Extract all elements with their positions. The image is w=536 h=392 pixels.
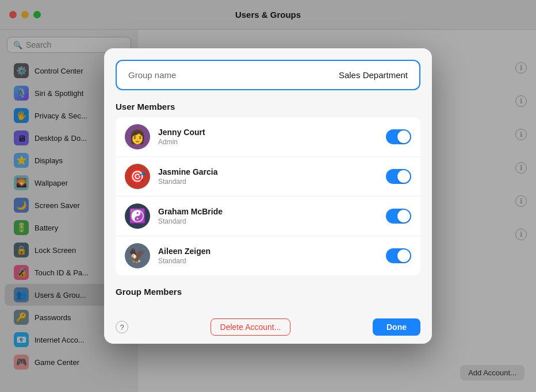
user-name-graham: Graham McBride — [158, 207, 378, 216]
done-button[interactable]: Done — [373, 318, 420, 336]
user-role-jenny: Admin — [158, 138, 378, 146]
group-members-section: Group Members — [104, 275, 432, 305]
user-role-jasmine: Standard — [158, 178, 378, 186]
user-row-graham: ☯️ Graham McBride Standard — [116, 197, 420, 236]
toggle-jenny[interactable] — [386, 129, 411, 144]
modal-overlay: Group name Sales Department User Members… — [0, 0, 536, 392]
user-info-graham: Graham McBride Standard — [158, 207, 378, 225]
user-info-aileen: Aileen Zeigen Standard — [158, 247, 378, 265]
group-name-row[interactable]: Group name Sales Department — [116, 60, 420, 90]
main-window: Users & Groups 🔍 Search ⚙️ Control Cente… — [0, 0, 536, 392]
avatar-jenny: 👩 — [125, 124, 150, 149]
toggle-graham[interactable] — [386, 209, 411, 224]
modal-dialog: Group name Sales Department User Members… — [104, 48, 432, 344]
user-row-aileen: 🦅 Aileen Zeigen Standard — [116, 236, 420, 275]
toggle-aileen[interactable] — [386, 248, 411, 263]
user-name-jasmine: Jasmine Garcia — [158, 167, 378, 176]
user-info-jasmine: Jasmine Garcia Standard — [158, 167, 378, 186]
delete-account-button[interactable]: Delete Account... — [210, 318, 291, 336]
modal-footer: ? Delete Account... Done — [104, 310, 432, 344]
user-list: 👩 Jenny Court Admin 🎯 Jasmine Garcia Sta… — [116, 117, 420, 275]
group-members-title: Group Members — [104, 275, 432, 302]
user-role-graham: Standard — [158, 217, 378, 225]
avatar-graham: ☯️ — [125, 203, 150, 229]
user-name-jenny: Jenny Court — [158, 128, 378, 137]
user-row-jenny: 👩 Jenny Court Admin — [116, 117, 420, 157]
user-members-title: User Members — [104, 90, 432, 117]
group-name-label: Group name — [128, 70, 176, 80]
avatar-jasmine: 🎯 — [125, 164, 150, 189]
user-role-aileen: Standard — [158, 257, 378, 265]
user-row-jasmine: 🎯 Jasmine Garcia Standard — [116, 157, 420, 197]
user-name-aileen: Aileen Zeigen — [158, 247, 378, 256]
group-name-value: Sales Department — [339, 70, 408, 80]
avatar-aileen: 🦅 — [125, 243, 150, 268]
toggle-jasmine[interactable] — [386, 169, 411, 184]
help-button[interactable]: ? — [116, 321, 128, 333]
user-info-jenny: Jenny Court Admin — [158, 128, 378, 146]
